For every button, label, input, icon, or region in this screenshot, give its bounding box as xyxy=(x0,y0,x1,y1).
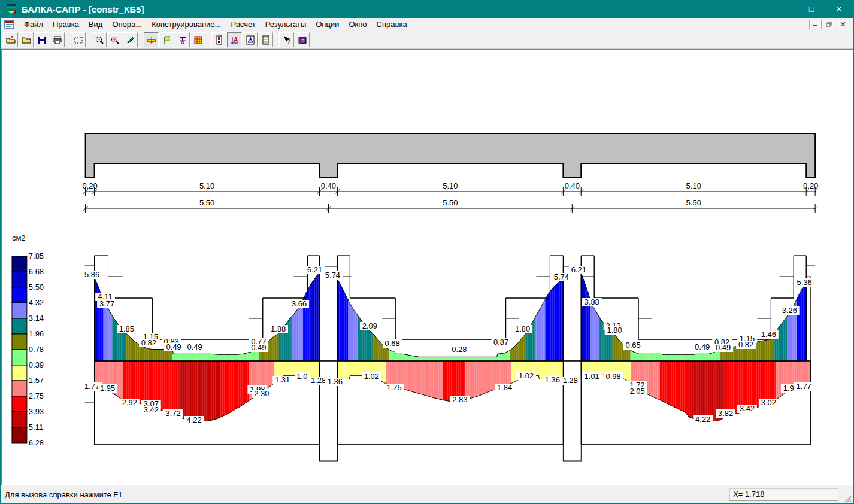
title-bar: БАЛКА-САПР - [constr_КБ5] — □ × xyxy=(1,0,853,18)
support-icon xyxy=(178,35,187,45)
svg-text:1.36: 1.36 xyxy=(328,377,343,386)
svg-text:0.87: 0.87 xyxy=(493,338,508,347)
svg-text:1.57: 1.57 xyxy=(29,376,44,385)
svg-text:0.49: 0.49 xyxy=(695,342,710,351)
document-icon xyxy=(4,20,14,29)
calculation-button[interactable] xyxy=(190,32,205,47)
svg-text:5.10: 5.10 xyxy=(199,181,214,190)
select-region-button[interactable] xyxy=(71,32,86,47)
menu-item-7[interactable]: Результаты xyxy=(261,18,311,31)
svg-text:1.88: 1.88 xyxy=(271,324,286,333)
svg-text:3.72: 3.72 xyxy=(166,409,181,418)
help-book-button[interactable]: ? xyxy=(295,32,310,47)
svg-text:3.66: 3.66 xyxy=(292,299,307,308)
select-icon xyxy=(74,35,83,45)
svg-text:6.28: 6.28 xyxy=(29,438,44,447)
svg-text:1.77: 1.77 xyxy=(797,382,811,391)
menu-item-3[interactable]: Вид xyxy=(84,18,108,31)
svg-text:5.50: 5.50 xyxy=(443,198,458,207)
svg-text:5.11: 5.11 xyxy=(29,423,43,432)
svg-text:1.28: 1.28 xyxy=(563,376,578,385)
mdi-restore-button[interactable] xyxy=(823,20,835,29)
minimize-button[interactable]: — xyxy=(770,0,798,18)
svg-text:1.31: 1.31 xyxy=(275,375,290,384)
loads-flag-button[interactable] xyxy=(159,32,174,47)
svg-text:?: ? xyxy=(287,38,291,45)
section-drawing-button[interactable]: А xyxy=(243,32,258,47)
reinforcement-diagram-button[interactable]: А xyxy=(227,32,242,47)
client-area[interactable]: 0.205.100.405.100.405.100.205.505.505.50… xyxy=(1,49,853,485)
mdi-minimize-button[interactable] xyxy=(809,20,822,29)
svg-text:0.28: 0.28 xyxy=(452,345,467,354)
svg-text:0.49: 0.49 xyxy=(166,342,181,351)
menu-item-1[interactable]: Файл xyxy=(19,18,48,31)
svg-text:5.74: 5.74 xyxy=(554,272,569,281)
print-icon xyxy=(53,35,62,45)
menu-item-9[interactable]: Окно xyxy=(344,18,371,31)
svg-text:1.84: 1.84 xyxy=(497,383,512,392)
svg-text:6.68: 6.68 xyxy=(29,267,44,276)
svg-text:3.42: 3.42 xyxy=(740,404,755,413)
menu-item-2[interactable]: Правка xyxy=(48,18,84,31)
secA-icon: А xyxy=(246,35,255,45)
svg-text:5.86: 5.86 xyxy=(84,270,99,279)
svg-text:2.09: 2.09 xyxy=(362,321,377,330)
menu-item-8[interactable]: Опции xyxy=(311,18,344,31)
svg-text:5.10: 5.10 xyxy=(443,181,458,190)
svg-text:1.02: 1.02 xyxy=(519,371,534,380)
beam-diagram-canvas[interactable]: 0.205.100.405.100.405.100.205.505.505.50… xyxy=(1,49,853,485)
beam-icon xyxy=(147,35,156,45)
menu-item-4[interactable]: Опора... xyxy=(107,18,147,31)
svg-text:1.80: 1.80 xyxy=(607,326,622,335)
open_project-icon xyxy=(6,35,16,45)
svg-text:2.30: 2.30 xyxy=(254,389,269,398)
calc-icon xyxy=(193,35,203,45)
svg-text:3.02: 3.02 xyxy=(761,398,776,407)
svg-text:6.21: 6.21 xyxy=(307,265,322,274)
save-button[interactable] xyxy=(34,32,49,47)
report-icon xyxy=(261,35,271,45)
svg-text:5.50: 5.50 xyxy=(29,283,44,292)
svg-text:1.02: 1.02 xyxy=(364,372,379,381)
svg-text:1.96: 1.96 xyxy=(29,329,44,338)
svg-text:3.82: 3.82 xyxy=(718,409,733,418)
open-project-button[interactable] xyxy=(3,32,18,47)
svg-text:5.36: 5.36 xyxy=(797,278,812,287)
svg-text:2.92: 2.92 xyxy=(122,398,137,407)
svg-text:2.05: 2.05 xyxy=(629,387,644,396)
svg-text:3.14: 3.14 xyxy=(29,314,44,323)
mdi-close-button[interactable] xyxy=(837,20,849,29)
svg-text:1.0: 1.0 xyxy=(297,372,308,381)
open-folder-button[interactable] xyxy=(19,32,34,47)
zoom-window-button[interactable] xyxy=(107,32,122,47)
svg-text:см2: см2 xyxy=(12,233,26,242)
svg-text:?: ? xyxy=(301,38,304,44)
menu-item-6[interactable]: Расчет xyxy=(226,18,260,31)
section-bars-button[interactable] xyxy=(211,32,226,47)
maximize-button[interactable]: □ xyxy=(798,0,825,18)
open-icon xyxy=(22,35,31,45)
report-button[interactable] xyxy=(258,32,273,47)
pencil-icon xyxy=(126,35,135,45)
diagA-icon: А xyxy=(230,35,240,45)
menu-item-5[interactable]: Конструирование... xyxy=(147,18,226,31)
svg-text:3.88: 3.88 xyxy=(585,297,599,306)
menu-item-10[interactable]: Справка xyxy=(372,18,412,31)
svg-text:4.32: 4.32 xyxy=(29,298,44,307)
supports-button[interactable] xyxy=(175,32,190,47)
book-icon: ? xyxy=(298,35,307,45)
toolbar-separator xyxy=(138,32,144,47)
zoom-extents-button[interactable] xyxy=(92,32,107,47)
beam-scheme-button[interactable] xyxy=(144,32,159,47)
svg-text:1.36: 1.36 xyxy=(545,375,560,384)
print-button[interactable] xyxy=(50,32,65,47)
svg-text:0.49: 0.49 xyxy=(716,343,731,352)
edit-pencil-button[interactable] xyxy=(123,32,138,47)
close-button[interactable]: × xyxy=(825,0,853,18)
context-help-button[interactable]: ? xyxy=(279,32,294,47)
zoom_win-icon xyxy=(110,35,120,45)
svg-text:А: А xyxy=(249,37,252,41)
svg-text:0.49: 0.49 xyxy=(187,342,202,351)
resize-grip[interactable] xyxy=(843,494,852,503)
helpcur-icon: ? xyxy=(282,35,292,45)
